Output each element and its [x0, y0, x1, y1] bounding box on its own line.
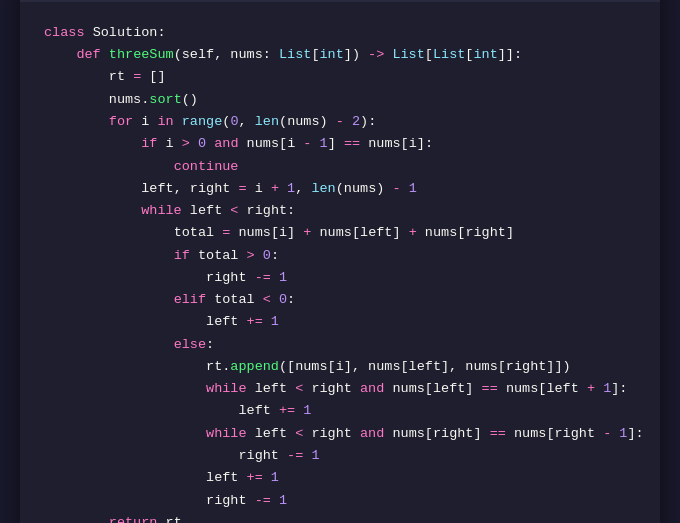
code-editor: class Solution: def threeSum(self, nums:… — [20, 2, 660, 523]
code-window: class Solution: def threeSum(self, nums:… — [20, 0, 660, 523]
